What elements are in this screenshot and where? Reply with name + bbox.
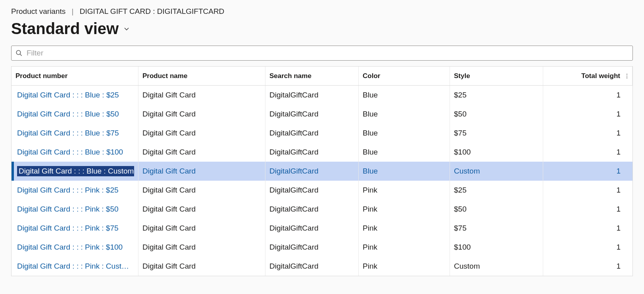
svg-point-3 bbox=[627, 75, 627, 76]
cell-search-name: DigitalGiftCard bbox=[265, 143, 359, 162]
product-number-link[interactable]: Digital Gift Card : : : Blue : Custom bbox=[17, 166, 134, 176]
cell-style: $25 bbox=[450, 181, 543, 200]
cell-style: $75 bbox=[450, 219, 543, 238]
cell-total-weight: 1 bbox=[543, 124, 632, 143]
col-search-name[interactable]: Search name bbox=[265, 67, 359, 85]
breadcrumb-section[interactable]: Product variants bbox=[11, 7, 65, 15]
search-icon bbox=[15, 50, 23, 57]
cell-product-name: Digital Gift Card bbox=[138, 105, 265, 124]
cell-total-weight: 1 bbox=[543, 200, 632, 219]
cell-search-name: DigitalGiftCard bbox=[265, 181, 359, 200]
grid-header: Product number Product name Search name … bbox=[12, 67, 632, 86]
cell-product-number[interactable]: Digital Gift Card : : : Blue : $100 bbox=[12, 143, 138, 162]
cell-total-weight: 1 bbox=[543, 162, 632, 181]
col-style[interactable]: Style bbox=[450, 67, 543, 85]
breadcrumb: Product variants | DIGITAL GIFT CARD : D… bbox=[11, 7, 633, 16]
chevron-down-icon bbox=[123, 25, 131, 33]
cell-product-name: Digital Gift Card bbox=[138, 86, 265, 105]
product-number-link[interactable]: Digital Gift Card : : : Pink : $100 bbox=[17, 243, 123, 252]
svg-point-0 bbox=[16, 50, 21, 55]
cell-product-name: Digital Gift Card bbox=[138, 200, 265, 219]
cell-color: Pink bbox=[359, 200, 450, 219]
cell-product-number[interactable]: Digital Gift Card : : : Blue : $75 bbox=[12, 124, 138, 143]
cell-style: $50 bbox=[450, 200, 543, 219]
table-row[interactable]: Digital Gift Card : : : Blue : $75Digita… bbox=[12, 124, 632, 143]
cell-product-name: Digital Gift Card bbox=[138, 181, 265, 200]
svg-line-1 bbox=[20, 54, 22, 56]
cell-total-weight: 1 bbox=[543, 143, 632, 162]
col-product-number[interactable]: Product number bbox=[12, 67, 138, 85]
svg-point-4 bbox=[627, 77, 627, 78]
table-row[interactable]: Digital Gift Card : : : Pink : Cust…Digi… bbox=[12, 257, 632, 276]
table-row[interactable]: Digital Gift Card : : : Blue : $50Digita… bbox=[12, 105, 632, 124]
cell-product-number[interactable]: Digital Gift Card : : : Pink : $100 bbox=[12, 238, 138, 257]
cell-search-name: DigitalGiftCard bbox=[265, 219, 359, 238]
cell-total-weight: 1 bbox=[543, 219, 632, 238]
cell-color: Blue bbox=[359, 143, 450, 162]
product-number-link[interactable]: Digital Gift Card : : : Pink : $50 bbox=[17, 205, 119, 214]
cell-total-weight: 1 bbox=[543, 257, 632, 276]
table-row[interactable]: Digital Gift Card : : : Blue : $100Digit… bbox=[12, 143, 632, 162]
cell-product-number[interactable]: Digital Gift Card : : : Pink : Cust… bbox=[12, 257, 138, 276]
table-row[interactable]: Digital Gift Card : : : Blue : $25Digita… bbox=[12, 86, 632, 105]
table-row[interactable]: Digital Gift Card : : : Pink : $50Digita… bbox=[12, 200, 632, 219]
cell-search-name: DigitalGiftCard bbox=[265, 162, 359, 181]
breadcrumb-detail: DIGITAL GIFT CARD : DIGITALGIFTCARD bbox=[80, 7, 225, 15]
cell-product-name: Digital Gift Card bbox=[138, 219, 265, 238]
product-number-link[interactable]: Digital Gift Card : : : Blue : $50 bbox=[17, 110, 119, 118]
cell-style: $100 bbox=[450, 143, 543, 162]
col-product-name[interactable]: Product name bbox=[138, 67, 265, 85]
view-title-label: Standard view bbox=[11, 20, 119, 38]
filter-bar[interactable] bbox=[11, 46, 633, 61]
cell-product-name: Digital Gift Card bbox=[138, 257, 265, 276]
product-number-link[interactable]: Digital Gift Card : : : Pink : $25 bbox=[17, 186, 119, 195]
cell-style: $75 bbox=[450, 124, 543, 143]
cell-color: Pink bbox=[359, 238, 450, 257]
cell-search-name: DigitalGiftCard bbox=[265, 238, 359, 257]
product-number-link[interactable]: Digital Gift Card : : : Blue : $75 bbox=[17, 129, 119, 137]
table-row[interactable]: Digital Gift Card : : : Pink : $25Digita… bbox=[12, 181, 632, 200]
cell-total-weight: 1 bbox=[543, 181, 632, 200]
more-columns-icon[interactable] bbox=[624, 73, 630, 79]
cell-color: Blue bbox=[359, 86, 450, 105]
cell-color: Blue bbox=[359, 162, 450, 181]
cell-total-weight: 1 bbox=[543, 238, 632, 257]
view-selector[interactable]: Standard view bbox=[11, 20, 633, 38]
product-number-link[interactable]: Digital Gift Card : : : Pink : Cust… bbox=[17, 262, 129, 271]
cell-search-name: DigitalGiftCard bbox=[265, 124, 359, 143]
cell-product-number[interactable]: Digital Gift Card : : : Blue : $50 bbox=[12, 105, 138, 124]
col-total-weight[interactable]: Total weight bbox=[543, 67, 632, 85]
cell-style: $25 bbox=[450, 86, 543, 105]
cell-style: Custom bbox=[450, 257, 543, 276]
cell-product-number[interactable]: Digital Gift Card : : : Blue : $25 bbox=[12, 86, 138, 105]
svg-point-2 bbox=[627, 74, 627, 74]
col-color[interactable]: Color bbox=[359, 67, 450, 85]
cell-style: $100 bbox=[450, 238, 543, 257]
cell-product-name: Digital Gift Card bbox=[138, 238, 265, 257]
cell-color: Pink bbox=[359, 181, 450, 200]
table-row[interactable]: Digital Gift Card : : : Pink : $75Digita… bbox=[12, 219, 632, 238]
cell-search-name: DigitalGiftCard bbox=[265, 200, 359, 219]
filter-input[interactable] bbox=[26, 48, 629, 58]
cell-search-name: DigitalGiftCard bbox=[265, 86, 359, 105]
breadcrumb-separator: | bbox=[72, 7, 74, 15]
cell-color: Blue bbox=[359, 124, 450, 143]
cell-color: Blue bbox=[359, 105, 450, 124]
cell-search-name: DigitalGiftCard bbox=[265, 257, 359, 276]
cell-product-number[interactable]: Digital Gift Card : : : Pink : $75 bbox=[12, 219, 138, 238]
cell-product-name: Digital Gift Card bbox=[138, 124, 265, 143]
cell-total-weight: 1 bbox=[543, 86, 632, 105]
product-number-link[interactable]: Digital Gift Card : : : Blue : $25 bbox=[17, 91, 119, 99]
cell-style: Custom bbox=[450, 162, 543, 181]
cell-product-number[interactable]: Digital Gift Card : : : Pink : $50 bbox=[12, 200, 138, 219]
product-number-link[interactable]: Digital Gift Card : : : Blue : $100 bbox=[17, 148, 123, 157]
product-number-link[interactable]: Digital Gift Card : : : Pink : $75 bbox=[17, 224, 119, 233]
cell-product-name: Digital Gift Card bbox=[138, 143, 265, 162]
cell-color: Pink bbox=[359, 257, 450, 276]
table-row[interactable]: Digital Gift Card : : : Blue : CustomDig… bbox=[12, 162, 632, 181]
cell-color: Pink bbox=[359, 219, 450, 238]
table-row[interactable]: Digital Gift Card : : : Pink : $100Digit… bbox=[12, 238, 632, 257]
variants-grid: Product number Product name Search name … bbox=[11, 66, 633, 276]
cell-product-number[interactable]: Digital Gift Card : : : Blue : Custom bbox=[12, 162, 138, 181]
cell-product-number[interactable]: Digital Gift Card : : : Pink : $25 bbox=[12, 181, 138, 200]
